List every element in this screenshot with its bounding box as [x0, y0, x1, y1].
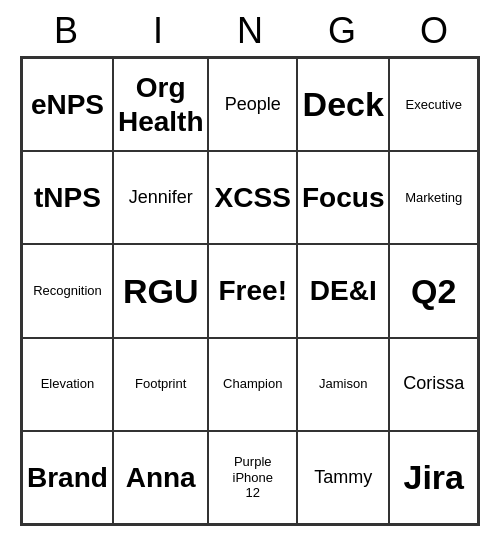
cell-r0-c3: Deck [297, 58, 389, 151]
cell-r2-c2: Free! [208, 244, 297, 337]
cell-r0-c2: People [208, 58, 297, 151]
cell-text: Brand [27, 461, 108, 495]
cell-text: Champion [223, 376, 282, 392]
cell-r4-c3: Tammy [297, 431, 389, 524]
bingo-letter: B [22, 10, 110, 52]
cell-text: tNPS [34, 181, 101, 215]
cell-text: Corissa [403, 373, 464, 395]
cell-r4-c4: Jira [389, 431, 478, 524]
cell-text: DE&I [310, 274, 377, 308]
cell-text: Elevation [41, 376, 94, 392]
bingo-letter: N [206, 10, 294, 52]
bingo-grid: eNPSOrgHealthPeopleDeckExecutivetNPSJenn… [20, 56, 480, 526]
cell-text: Q2 [411, 271, 456, 312]
bingo-title: BINGO [20, 10, 480, 52]
cell-text: Executive [406, 97, 462, 113]
cell-text: Footprint [135, 376, 186, 392]
cell-r3-c2: Champion [208, 338, 297, 431]
cell-text: OrgHealth [118, 71, 204, 138]
cell-r1-c0: tNPS [22, 151, 113, 244]
cell-text: Marketing [405, 190, 462, 206]
cell-r3-c1: Footprint [113, 338, 209, 431]
cell-r1-c4: Marketing [389, 151, 478, 244]
cell-r2-c0: Recognition [22, 244, 113, 337]
cell-r2-c4: Q2 [389, 244, 478, 337]
cell-text: Deck [303, 84, 384, 125]
cell-text: Jira [403, 457, 464, 498]
cell-text: Tammy [314, 467, 372, 489]
cell-text: People [225, 94, 281, 116]
cell-text: Free! [219, 274, 287, 308]
cell-r1-c2: XCSS [208, 151, 297, 244]
cell-text: XCSS [215, 181, 291, 215]
cell-r3-c4: Corissa [389, 338, 478, 431]
cell-r4-c2: PurpleiPhone12 [208, 431, 297, 524]
cell-r2-c1: RGU [113, 244, 209, 337]
cell-text: RGU [123, 271, 199, 312]
cell-r1-c3: Focus [297, 151, 389, 244]
cell-r0-c0: eNPS [22, 58, 113, 151]
bingo-letter: I [114, 10, 202, 52]
cell-r0-c1: OrgHealth [113, 58, 209, 151]
cell-text: PurpleiPhone12 [233, 454, 273, 501]
cell-text: Anna [126, 461, 196, 495]
bingo-letter: O [390, 10, 478, 52]
cell-r4-c0: Brand [22, 431, 113, 524]
cell-text: Jennifer [129, 187, 193, 209]
cell-text: eNPS [31, 88, 104, 122]
cell-r3-c3: Jamison [297, 338, 389, 431]
cell-r3-c0: Elevation [22, 338, 113, 431]
cell-r1-c1: Jennifer [113, 151, 209, 244]
cell-r4-c1: Anna [113, 431, 209, 524]
cell-text: Jamison [319, 376, 367, 392]
cell-text: Recognition [33, 283, 102, 299]
cell-r0-c4: Executive [389, 58, 478, 151]
cell-r2-c3: DE&I [297, 244, 389, 337]
cell-text: Focus [302, 181, 384, 215]
bingo-letter: G [298, 10, 386, 52]
